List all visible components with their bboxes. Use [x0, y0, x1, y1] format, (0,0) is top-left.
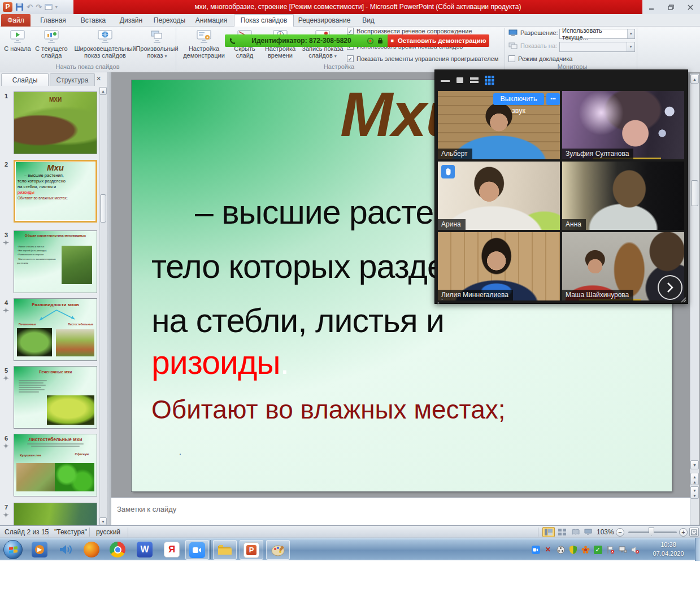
next-slide-button[interactable]: ▼▼ — [690, 486, 699, 499]
checkbox-show-media-controls[interactable]: ✓ Показать элементы управления проигрыва… — [347, 55, 498, 62]
slide-thumbnail-1[interactable]: МХИ — [14, 91, 97, 154]
tray-zoom-icon[interactable] — [531, 545, 540, 554]
tab-outline[interactable]: Структура — [50, 73, 95, 86]
tab-review[interactable]: Рецензирование — [296, 14, 353, 27]
tray-flower-icon[interactable] — [581, 545, 590, 554]
redo-icon[interactable]: ↷ — [36, 3, 42, 11]
slide-thumbnail-3[interactable]: Общая характеристика моховидных • Имеют … — [14, 230, 97, 293]
scroll-down-button[interactable]: ▼ — [99, 517, 107, 525]
tray-shield-icon[interactable] — [568, 545, 577, 554]
slideshow-view-button[interactable] — [582, 527, 594, 537]
customize-qat-caret-icon[interactable]: ▾ — [55, 5, 58, 10]
restore-button[interactable] — [668, 5, 675, 10]
slide-body-line[interactable]: на стебли, листья и — [151, 302, 444, 340]
taskbar-volume-icon[interactable] — [56, 541, 75, 559]
minimize-meeting-icon[interactable] — [441, 80, 450, 82]
tab-view[interactable]: Вид — [355, 14, 382, 27]
taskbar-zoom-button-active[interactable] — [185, 540, 209, 560]
checkbox-presenter-mode[interactable]: ✓ Режим докладчика — [508, 55, 572, 62]
taskbar-explorer-button-active[interactable] — [213, 540, 237, 560]
main-scrollbar[interactable]: ▲ ▼ ▲▲ ▼▼ — [690, 73, 699, 525]
tray-volume-muted-icon[interactable] — [631, 545, 640, 554]
powerpoint-logo-icon[interactable]: P — [3, 2, 12, 12]
taskbar-firefox-icon[interactable] — [82, 541, 101, 559]
scroll-down-button[interactable]: ▼ — [690, 460, 699, 469]
tab-insert[interactable]: Вставка — [75, 14, 112, 27]
from-current-slide-button[interactable]: С текущего слайда — [33, 28, 70, 63]
zoom-slider-thumb[interactable] — [649, 528, 654, 536]
tray-close-x-icon[interactable]: ✕ — [544, 545, 553, 554]
stop-share-button[interactable]: ■ Остановить демонстрацию — [388, 34, 489, 47]
next-page-button[interactable] — [658, 275, 682, 300]
resize-grip-icon[interactable] — [680, 296, 686, 303]
show-on-dropdown[interactable]: ▾ — [559, 42, 635, 52]
tab-animations[interactable]: Анимация — [191, 14, 232, 27]
slide-sorter-view-button[interactable] — [556, 527, 568, 537]
scrollbar-thumb[interactable] — [691, 180, 698, 206]
gallery-view-icon[interactable] — [485, 76, 494, 85]
start-button[interactable] — [3, 540, 23, 559]
participant-tile[interactable]: Арина — [438, 162, 560, 230]
fit-to-window-button[interactable] — [689, 528, 699, 537]
from-beginning-button[interactable]: С начала — [3, 28, 32, 63]
slideshow-view-icon[interactable] — [45, 4, 53, 11]
tray-action-center-flag-icon[interactable] — [606, 545, 615, 554]
checkbox-play-narration[interactable]: ✓ Воспроизвести речевое сопровождение — [347, 28, 472, 34]
custom-slideshow-button[interactable]: Произвольный показ ▾ — [140, 28, 174, 63]
taskbar-word-icon[interactable]: W — [136, 541, 154, 559]
taskbar-yandex-icon[interactable]: Я — [163, 541, 181, 559]
strip-view-icon[interactable] — [470, 77, 479, 80]
language-indicator[interactable]: русский — [96, 526, 120, 538]
taskbar-clock[interactable]: 10:38 07.04.2020 — [643, 540, 694, 558]
zoom-in-button[interactable]: + — [679, 528, 688, 537]
tray-network-icon[interactable] — [618, 545, 627, 554]
zoom-meeting-window[interactable]: Альберт Зульфия Султанова Арина Анна Лил… — [434, 69, 688, 304]
strip-view-icon[interactable] — [470, 81, 479, 83]
tab-slideshow[interactable]: Показ слайдов — [234, 14, 294, 27]
resolution-dropdown[interactable]: Использовать текуще... ▾ — [559, 29, 635, 39]
tab-transitions[interactable]: Переходы — [150, 14, 189, 27]
panel-splitter[interactable] — [107, 72, 111, 525]
normal-view-button[interactable] — [542, 527, 555, 537]
slide-thumbnail-4[interactable]: Разновидности мхов Печеночные Листостебе… — [14, 298, 97, 361]
slide-thumbnail-2-selected[interactable]: Мхи – высшие растения, тело которых разд… — [14, 160, 97, 223]
slide-habitat-line[interactable]: Обитают во влажных местах; — [151, 394, 506, 425]
reading-view-button[interactable] — [569, 527, 582, 537]
scroll-up-button[interactable]: ▲ — [690, 75, 699, 84]
taskbar-media-player-icon[interactable]: ▶ — [31, 541, 49, 559]
tab-slides-thumbnails[interactable]: Слайды — [1, 73, 49, 86]
broadcast-slideshow-button[interactable]: Широковещательный показ слайдов — [71, 28, 139, 63]
zoom-out-button[interactable]: − — [616, 528, 624, 537]
scrollbar-thumb[interactable] — [100, 194, 106, 223]
slide-thumbnail-7[interactable] — [14, 503, 97, 525]
undo-icon[interactable]: ↶ — [27, 3, 33, 11]
panel-scrollbar[interactable]: ▲ ▼ — [99, 87, 107, 525]
taskbar-powerpoint-button-active[interactable]: P — [240, 540, 263, 560]
participant-tile-active-speaker[interactable]: Лилия Миннегалиева — [438, 232, 560, 300]
taskbar-chrome-icon[interactable] — [108, 541, 127, 559]
tray-app-circle-icon[interactable] — [556, 545, 565, 554]
save-icon[interactable] — [15, 3, 24, 11]
slide-thumbnail-6[interactable]: Листостебельные мхи Кукушкин лен Сфагнум — [14, 434, 97, 496]
participant-tile[interactable]: Зульфия Султанова — [562, 91, 684, 159]
close-button[interactable] — [687, 5, 694, 10]
participant-tile[interactable]: Анна — [562, 162, 684, 230]
setup-slideshow-button[interactable]: Настройка демонстрации — [180, 28, 228, 63]
tab-file[interactable]: Файл — [1, 14, 31, 27]
previous-slide-button[interactable]: ▲▲ — [690, 473, 699, 485]
zoom-level[interactable]: 103% — [597, 526, 614, 538]
taskbar-paint-button-active[interactable] — [266, 540, 290, 560]
tab-home[interactable]: Главная — [34, 14, 72, 27]
minimize-button[interactable] — [649, 5, 655, 10]
notes-panel[interactable]: Заметки к слайду — [111, 497, 690, 525]
show-desktop-button[interactable] — [695, 538, 700, 561]
scroll-up-button[interactable]: ▲ — [99, 87, 107, 95]
slide-thumbnail-5[interactable]: Печеночные мхи — [14, 366, 97, 429]
slide-body-line[interactable]: ризоиды. — [151, 343, 289, 382]
more-options-button[interactable]: ••• — [546, 93, 560, 105]
tray-checkmark-icon[interactable]: ✓ — [593, 545, 602, 554]
tab-design[interactable]: Дизайн — [114, 14, 148, 27]
mute-participant-button[interactable]: Выключить звук — [493, 93, 544, 105]
close-panel-icon[interactable]: ✕ — [96, 75, 101, 82]
speaker-view-icon[interactable] — [456, 77, 463, 83]
